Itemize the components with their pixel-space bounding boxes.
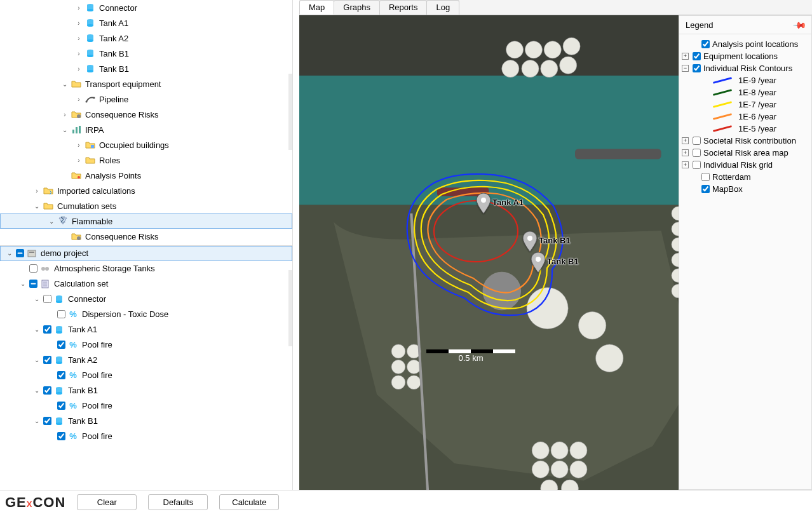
expand-toggle[interactable]: ⌄ (6, 250, 13, 257)
tree-item[interactable]: %Dispersion - Toxic Dose (0, 307, 292, 322)
view-tabs[interactable]: MapGraphsReportsLog (299, 0, 812, 15)
map-marker[interactable] (522, 231, 538, 254)
tree-checkbox[interactable] (16, 249, 24, 257)
tab-log[interactable]: Log (426, 0, 459, 15)
tree-checkbox[interactable] (57, 341, 65, 349)
legend-checkbox[interactable] (693, 137, 701, 145)
tree-checkbox[interactable] (57, 432, 65, 440)
map-marker[interactable] (475, 193, 492, 215)
tree-item[interactable]: ⌄demo project (0, 246, 292, 261)
tree-checkbox[interactable] (43, 295, 51, 303)
tree-item[interactable]: ›Tank A2 (0, 30, 292, 46)
expand-toggle[interactable]: ⌄ (33, 417, 41, 425)
tree-item[interactable]: ›Tank B1 (0, 61, 292, 76)
tree-item[interactable]: ⌄Tank A1 (0, 322, 292, 337)
svg-point-46 (56, 362, 62, 364)
svg-point-11 (87, 55, 93, 57)
scroll-thumb[interactable] (288, 270, 292, 346)
expand-toggle[interactable]: ⌄ (61, 80, 69, 88)
legend-expand[interactable]: + (682, 137, 689, 144)
svg-rect-18 (72, 130, 74, 133)
tab-map[interactable]: Map (299, 0, 334, 15)
tree-item[interactable]: ⌄Cumulation sets (0, 198, 292, 213)
tree-lower[interactable]: ⌄demo projectAtmospheric Storage Tanks⌄C… (0, 245, 292, 490)
legend-checkbox[interactable] (693, 52, 701, 60)
legend-checkbox[interactable] (693, 161, 701, 169)
expand-toggle[interactable]: › (61, 111, 69, 118)
expand-toggle[interactable]: ⌄ (19, 280, 27, 288)
tree-label: Consequence Risks (85, 110, 159, 119)
tree-item[interactable]: Atmospheric Storage Tanks (0, 261, 292, 276)
expand-toggle[interactable]: ⌄ (33, 387, 41, 395)
expand-toggle[interactable]: › (75, 19, 83, 27)
tree-item[interactable]: ⌄Transport equipment (0, 76, 292, 91)
expand-toggle[interactable]: ⌄ (48, 217, 55, 225)
tree-upper[interactable]: ›Connector›Tank A1›Tank A2›Tank B1›Tank … (0, 0, 292, 245)
svg-point-91 (527, 288, 568, 329)
tree-item[interactable]: ›Imported calculations (0, 183, 292, 198)
tree-item[interactable]: ⌄IRPA (0, 122, 292, 137)
tree-item[interactable]: ⌄Connector (0, 292, 292, 307)
tree-item[interactable]: ⌄Calculation set (0, 276, 292, 292)
tree-checkbox[interactable] (57, 310, 65, 318)
expand-toggle[interactable]: ⌄ (33, 356, 41, 364)
map-marker[interactable] (530, 252, 546, 274)
legend-checkbox[interactable] (701, 40, 710, 48)
tree-item[interactable]: ⌄Tank B1 (0, 383, 292, 398)
tree-checkbox[interactable] (43, 386, 51, 395)
tree-item[interactable]: %Pool fire (0, 429, 292, 444)
svg-point-93 (596, 344, 623, 372)
expand-toggle[interactable]: ⌄ (33, 202, 41, 210)
legend-checkbox[interactable] (693, 149, 701, 157)
legend-checkbox[interactable] (701, 173, 710, 181)
tree-item[interactable]: Analysis Points (0, 168, 292, 183)
expand-toggle[interactable]: › (75, 34, 83, 42)
tree-item[interactable]: ›Roles (0, 152, 292, 168)
tree-checkbox[interactable] (57, 402, 65, 410)
tree-checkbox[interactable] (57, 371, 65, 379)
tree-item[interactable]: %Pool fire (0, 368, 292, 383)
legend-checkbox[interactable] (701, 185, 710, 193)
expand-toggle[interactable]: ⌄ (33, 295, 41, 303)
tree-checkbox[interactable] (43, 417, 51, 425)
tree-item[interactable]: ⌄Tank B1 (0, 414, 292, 429)
legend-expand[interactable]: − (682, 65, 689, 72)
expand-toggle[interactable]: ⌄ (61, 126, 69, 133)
scroll-thumb[interactable] (288, 74, 292, 150)
calculate-button[interactable]: Calculate (219, 494, 279, 510)
expand-toggle[interactable]: › (33, 187, 41, 194)
expand-toggle[interactable]: › (75, 4, 83, 11)
tree-checkbox[interactable] (29, 264, 37, 273)
expand-toggle[interactable]: › (75, 95, 83, 103)
tab-reports[interactable]: Reports (379, 0, 428, 15)
legend-expand[interactable]: + (682, 149, 689, 156)
legend-checkbox[interactable] (693, 64, 701, 72)
defaults-button[interactable]: Defaults (148, 494, 208, 510)
tree-item[interactable]: ›Connector (0, 0, 292, 15)
clear-button[interactable]: Clear (77, 494, 137, 510)
tree-item[interactable]: ›Consequence Risks (0, 107, 292, 122)
expand-toggle[interactable]: › (75, 50, 83, 57)
tree-item[interactable]: ›Tank A1 (0, 15, 292, 30)
footer: GEXCON Clear Defaults Calculate (0, 490, 812, 514)
tree-label: Pipeline (99, 95, 128, 104)
tree-item[interactable]: ⌄ΣFlammable (0, 213, 292, 229)
expand-toggle[interactable]: › (75, 65, 83, 72)
tree-item[interactable]: ⌄Tank A2 (0, 353, 292, 368)
legend-expand[interactable]: + (682, 161, 689, 168)
tab-graphs[interactable]: Graphs (334, 0, 380, 15)
tree-item[interactable]: Consequence Risks (0, 229, 292, 244)
legend-expand[interactable]: + (682, 53, 689, 60)
expand-toggle[interactable]: ⌄ (33, 326, 41, 334)
tree-item[interactable]: %Pool fire (0, 398, 292, 414)
pin-icon[interactable]: 📌 (792, 17, 807, 32)
expand-toggle[interactable]: › (75, 156, 83, 164)
tree-item[interactable]: %Pool fire (0, 337, 292, 353)
tree-checkbox[interactable] (29, 280, 37, 288)
tree-item[interactable]: ›Occupied buildings (0, 137, 292, 152)
tree-item[interactable]: ›Tank B1 (0, 46, 292, 61)
tree-item[interactable]: ›Pipeline (0, 91, 292, 107)
expand-toggle[interactable]: › (75, 141, 83, 149)
tree-checkbox[interactable] (43, 356, 51, 364)
tree-checkbox[interactable] (43, 325, 51, 334)
